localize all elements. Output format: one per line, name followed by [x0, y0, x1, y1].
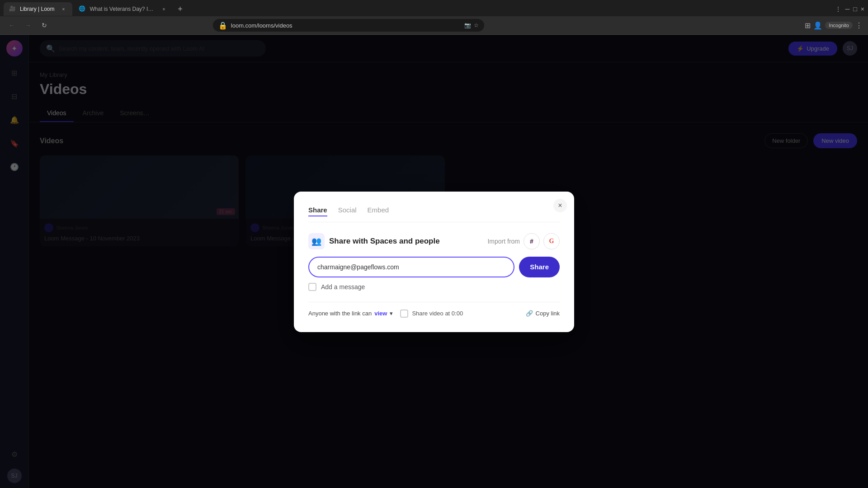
copy-link-label: Copy link	[536, 310, 560, 317]
tab-close-veterans[interactable]: ×	[160, 5, 167, 13]
browser-chrome: 🎥 Library | Loom × 🌐 What is Veterans Da…	[0, 0, 868, 35]
profile-icon[interactable]: 👤	[813, 21, 822, 30]
browser-right-icons: ⊞ 👤 Incognito ⋮	[805, 21, 863, 30]
share-at-time-label: Share video at 0:00	[412, 310, 463, 317]
tab-right-controls: ⋮ ─ □ ×	[835, 5, 864, 13]
close-icon: ×	[558, 202, 562, 210]
back-button[interactable]: ←	[5, 19, 18, 32]
link-permission-view: view	[374, 310, 387, 317]
import-from-label: Import from	[487, 238, 520, 245]
tab-list-icon[interactable]: ⋮	[835, 5, 841, 13]
modal-close-button[interactable]: ×	[553, 199, 567, 212]
share-section-title: Share with Spaces and people	[329, 237, 440, 246]
tab-favicon-loom: 🎥	[9, 5, 16, 13]
modal-footer: Anyone with the link can view ▾ Share vi…	[308, 310, 560, 318]
tab-favicon-veterans: 🌐	[79, 5, 86, 13]
forward-button[interactable]: →	[22, 19, 34, 32]
modal-tab-embed[interactable]: Embed	[368, 206, 389, 216]
minimize-button[interactable]: ─	[845, 5, 849, 13]
lock-icon: 🔒	[218, 21, 227, 30]
share-people-icon: 👥	[308, 233, 325, 249]
extensions-icon[interactable]: ⊞	[805, 21, 811, 30]
address-bar[interactable]: 🔒 loom.com/looms/videos 📷 ☆	[213, 19, 484, 32]
tab-veterans[interactable]: 🌐 What is Veterans Day? Is it a fed… ×	[73, 2, 173, 16]
address-url: loom.com/looms/videos	[231, 22, 292, 29]
modal-tab-share[interactable]: Share	[308, 206, 327, 216]
modal-overlay[interactable]: × Share Social Embed 👥 Share with Spaces…	[0, 35, 868, 488]
refresh-button[interactable]: ↻	[38, 19, 51, 32]
share-input-row: Share	[308, 257, 560, 277]
copy-link-icon: 🔗	[526, 310, 533, 317]
modal-tabs: Share Social Embed	[308, 206, 560, 222]
share-modal: × Share Social Embed 👥 Share with Spaces…	[294, 192, 574, 332]
add-message-label: Add a message	[321, 283, 365, 291]
share-at-time-row: Share video at 0:00	[400, 310, 463, 318]
camera-icon: 📷	[464, 22, 471, 28]
import-slack-button[interactable]: #	[524, 233, 540, 249]
address-bar-row: ← → ↻ 🔒 loom.com/looms/videos 📷 ☆ ⊞ 👤 In…	[0, 16, 868, 34]
address-bar-icons: 📷 ☆	[464, 22, 479, 28]
tab-close-loom[interactable]: ×	[60, 5, 67, 13]
share-button[interactable]: Share	[519, 257, 560, 277]
link-permission-button[interactable]: Anyone with the link can view ▾	[308, 310, 393, 317]
tab-loom[interactable]: 🎥 Library | Loom ×	[4, 2, 72, 16]
tab-title-veterans: What is Veterans Day? Is it a fed…	[90, 6, 155, 12]
import-google-button[interactable]: G	[543, 233, 560, 249]
share-title-left: 👥 Share with Spaces and people	[308, 233, 440, 249]
incognito-badge: Incognito	[825, 22, 853, 29]
close-window-button[interactable]: ×	[861, 5, 864, 13]
app-layout: ✦ ⊞ ⊟ 🔔 🔖 🕐 ⚙ SJ 🔍 Search my content, te…	[0, 35, 868, 488]
add-message-checkbox[interactable]	[308, 283, 316, 291]
share-section-header: 👥 Share with Spaces and people Import fr…	[308, 233, 560, 249]
copy-link-button[interactable]: 🔗 Copy link	[526, 310, 560, 317]
email-input[interactable]	[308, 257, 514, 277]
menu-icon[interactable]: ⋮	[855, 21, 863, 30]
link-permission-prefix: Anyone with the link can	[308, 310, 372, 317]
modal-divider	[308, 302, 560, 302]
share-at-time-checkbox[interactable]	[400, 310, 408, 318]
tab-title-loom: Library | Loom	[20, 6, 54, 12]
maximize-button[interactable]: □	[853, 5, 857, 13]
tab-bar: 🎥 Library | Loom × 🌐 What is Veterans Da…	[0, 0, 868, 16]
add-message-row: Add a message	[308, 283, 560, 291]
google-icon: G	[549, 238, 554, 245]
new-tab-button[interactable]: +	[174, 3, 186, 15]
modal-tab-social[interactable]: Social	[338, 206, 357, 216]
slack-icon: #	[530, 238, 533, 245]
star-icon[interactable]: ☆	[474, 22, 479, 28]
import-from-row: Import from # G	[487, 233, 560, 249]
link-permission-chevron: ▾	[390, 310, 393, 317]
